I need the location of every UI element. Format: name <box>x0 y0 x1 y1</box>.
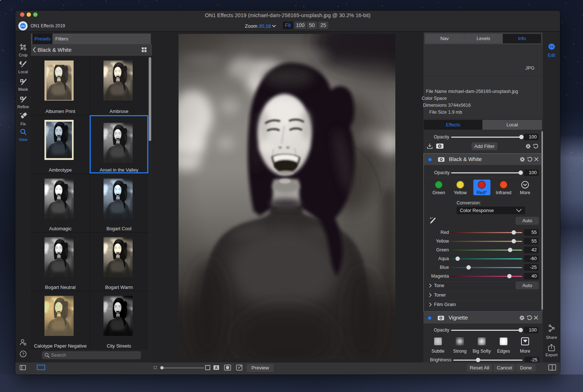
svg-text:FX: FX <box>550 46 553 48</box>
svg-text:?: ? <box>22 352 24 356</box>
svg-text:A: A <box>215 365 218 370</box>
svg-text:FX: FX <box>21 24 25 28</box>
